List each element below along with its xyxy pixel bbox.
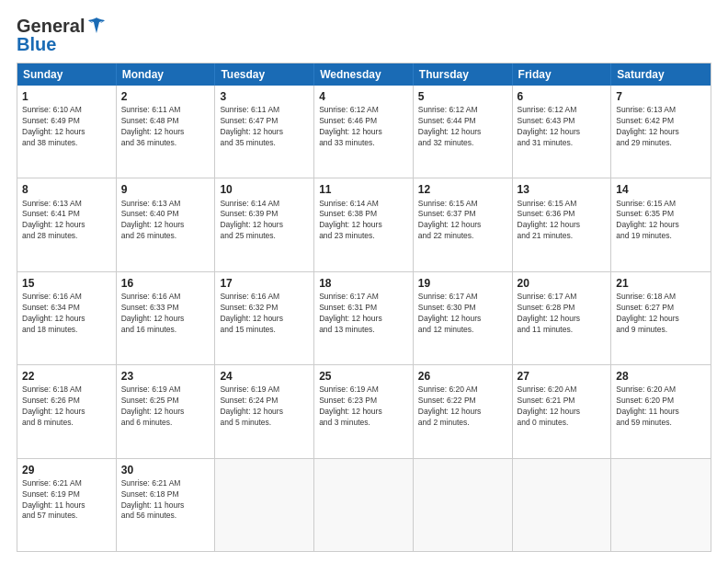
- day-info: Sunrise: 6:17 AM Sunset: 6:28 PM Dayligh…: [518, 292, 607, 336]
- logo: General Blue: [17, 17, 107, 53]
- day-info: Sunrise: 6:10 AM Sunset: 6:49 PM Dayligh…: [22, 105, 111, 149]
- day-number: 28: [616, 369, 706, 384]
- calendar-cell: 8Sunrise: 6:13 AM Sunset: 6:41 PM Daylig…: [17, 178, 117, 270]
- calendar-cell: 13Sunrise: 6:15 AM Sunset: 6:36 PM Dayli…: [513, 178, 612, 270]
- calendar-cell: 15Sunrise: 6:16 AM Sunset: 6:34 PM Dayli…: [17, 272, 117, 364]
- day-number: 26: [418, 369, 507, 384]
- day-number: 25: [319, 369, 408, 384]
- calendar-cell: 28Sunrise: 6:20 AM Sunset: 6:20 PM Dayli…: [611, 365, 711, 457]
- day-header-monday: Monday: [117, 63, 216, 86]
- day-info: Sunrise: 6:17 AM Sunset: 6:30 PM Dayligh…: [418, 292, 507, 336]
- calendar-cell: [414, 459, 513, 551]
- day-number: 9: [121, 182, 210, 197]
- calendar-row-5: 29Sunrise: 6:21 AM Sunset: 6:19 PM Dayli…: [17, 459, 711, 551]
- calendar-cell: 23Sunrise: 6:19 AM Sunset: 6:25 PM Dayli…: [117, 365, 216, 457]
- day-info: Sunrise: 6:15 AM Sunset: 6:35 PM Dayligh…: [616, 199, 706, 243]
- calendar-cell: 5Sunrise: 6:12 AM Sunset: 6:44 PM Daylig…: [414, 86, 513, 178]
- day-info: Sunrise: 6:20 AM Sunset: 6:20 PM Dayligh…: [616, 385, 706, 429]
- day-info: Sunrise: 6:20 AM Sunset: 6:21 PM Dayligh…: [518, 385, 607, 429]
- calendar-cell: [314, 459, 414, 551]
- day-info: Sunrise: 6:14 AM Sunset: 6:39 PM Dayligh…: [220, 199, 309, 243]
- calendar-cell: [215, 459, 314, 551]
- calendar-body: 1Sunrise: 6:10 AM Sunset: 6:49 PM Daylig…: [17, 86, 711, 551]
- day-number: 8: [22, 182, 111, 197]
- calendar-page: General Blue SundayMondayTuesdayWednesda…: [0, 0, 728, 563]
- calendar-cell: 11Sunrise: 6:14 AM Sunset: 6:38 PM Dayli…: [314, 178, 414, 270]
- day-number: 12: [418, 182, 507, 197]
- calendar-cell: 2Sunrise: 6:11 AM Sunset: 6:48 PM Daylig…: [117, 86, 216, 178]
- calendar-cell: 19Sunrise: 6:17 AM Sunset: 6:30 PM Dayli…: [414, 272, 513, 364]
- day-number: 3: [220, 89, 309, 104]
- day-header-sunday: Sunday: [17, 63, 117, 86]
- calendar-cell: 20Sunrise: 6:17 AM Sunset: 6:28 PM Dayli…: [513, 272, 612, 364]
- day-number: 17: [220, 276, 309, 291]
- day-number: 11: [319, 182, 408, 197]
- day-number: 2: [121, 89, 210, 104]
- day-info: Sunrise: 6:13 AM Sunset: 6:40 PM Dayligh…: [121, 199, 210, 243]
- calendar-cell: 1Sunrise: 6:10 AM Sunset: 6:49 PM Daylig…: [17, 86, 117, 178]
- day-info: Sunrise: 6:13 AM Sunset: 6:42 PM Dayligh…: [616, 105, 706, 149]
- day-number: 29: [22, 463, 111, 477]
- calendar-cell: 21Sunrise: 6:18 AM Sunset: 6:27 PM Dayli…: [611, 272, 711, 364]
- calendar-cell: 14Sunrise: 6:15 AM Sunset: 6:35 PM Dayli…: [611, 178, 711, 270]
- day-number: 30: [121, 463, 210, 477]
- day-info: Sunrise: 6:17 AM Sunset: 6:31 PM Dayligh…: [319, 292, 408, 336]
- day-info: Sunrise: 6:15 AM Sunset: 6:37 PM Dayligh…: [418, 199, 507, 243]
- day-number: 10: [220, 182, 309, 197]
- calendar-cell: 16Sunrise: 6:16 AM Sunset: 6:33 PM Dayli…: [117, 272, 216, 364]
- day-info: Sunrise: 6:16 AM Sunset: 6:34 PM Dayligh…: [22, 292, 111, 336]
- day-info: Sunrise: 6:19 AM Sunset: 6:25 PM Dayligh…: [121, 385, 210, 429]
- calendar-row-2: 8Sunrise: 6:13 AM Sunset: 6:41 PM Daylig…: [17, 178, 711, 271]
- day-info: Sunrise: 6:13 AM Sunset: 6:41 PM Dayligh…: [22, 199, 111, 243]
- day-info: Sunrise: 6:19 AM Sunset: 6:24 PM Dayligh…: [220, 385, 309, 429]
- calendar-row-3: 15Sunrise: 6:16 AM Sunset: 6:34 PM Dayli…: [17, 272, 711, 365]
- calendar-cell: [611, 459, 711, 551]
- calendar-cell: 30Sunrise: 6:21 AM Sunset: 6:18 PM Dayli…: [117, 459, 216, 551]
- day-number: 23: [121, 369, 210, 384]
- day-number: 27: [518, 369, 607, 384]
- day-number: 20: [518, 276, 607, 291]
- day-number: 13: [518, 182, 607, 197]
- day-info: Sunrise: 6:15 AM Sunset: 6:36 PM Dayligh…: [518, 199, 607, 243]
- day-number: 14: [616, 182, 706, 197]
- day-number: 18: [319, 276, 408, 291]
- day-number: 5: [418, 89, 507, 104]
- day-number: 24: [220, 369, 309, 384]
- day-header-wednesday: Wednesday: [314, 63, 414, 86]
- day-header-saturday: Saturday: [611, 63, 711, 86]
- logo-blue: Blue: [17, 35, 56, 53]
- day-number: 1: [22, 89, 111, 104]
- day-info: Sunrise: 6:16 AM Sunset: 6:32 PM Dayligh…: [220, 292, 309, 336]
- day-number: 19: [418, 276, 507, 291]
- calendar-cell: 18Sunrise: 6:17 AM Sunset: 6:31 PM Dayli…: [314, 272, 414, 364]
- day-header-thursday: Thursday: [414, 63, 513, 86]
- logo-general: General: [17, 17, 85, 35]
- day-info: Sunrise: 6:11 AM Sunset: 6:47 PM Dayligh…: [220, 105, 309, 149]
- day-number: 6: [518, 89, 607, 104]
- calendar-cell: 29Sunrise: 6:21 AM Sunset: 6:19 PM Dayli…: [17, 459, 117, 551]
- calendar-cell: 27Sunrise: 6:20 AM Sunset: 6:21 PM Dayli…: [513, 365, 612, 457]
- day-number: 4: [319, 89, 408, 104]
- day-info: Sunrise: 6:11 AM Sunset: 6:48 PM Dayligh…: [121, 105, 210, 149]
- day-info: Sunrise: 6:12 AM Sunset: 6:46 PM Dayligh…: [319, 105, 408, 149]
- day-info: Sunrise: 6:21 AM Sunset: 6:18 PM Dayligh…: [121, 478, 210, 523]
- calendar-cell: 24Sunrise: 6:19 AM Sunset: 6:24 PM Dayli…: [215, 365, 314, 457]
- calendar-cell: 9Sunrise: 6:13 AM Sunset: 6:40 PM Daylig…: [117, 178, 216, 270]
- day-info: Sunrise: 6:12 AM Sunset: 6:44 PM Dayligh…: [418, 105, 507, 149]
- calendar-cell: 25Sunrise: 6:19 AM Sunset: 6:23 PM Dayli…: [314, 365, 414, 457]
- calendar: SundayMondayTuesdayWednesdayThursdayFrid…: [17, 63, 711, 552]
- calendar-cell: [513, 459, 612, 551]
- logo-icon: [86, 17, 107, 35]
- day-info: Sunrise: 6:14 AM Sunset: 6:38 PM Dayligh…: [319, 199, 408, 243]
- day-info: Sunrise: 6:21 AM Sunset: 6:19 PM Dayligh…: [22, 478, 111, 523]
- calendar-row-1: 1Sunrise: 6:10 AM Sunset: 6:49 PM Daylig…: [17, 86, 711, 178]
- day-number: 16: [121, 276, 210, 291]
- day-number: 21: [616, 276, 706, 291]
- day-header-tuesday: Tuesday: [215, 63, 314, 86]
- day-info: Sunrise: 6:12 AM Sunset: 6:43 PM Dayligh…: [518, 105, 607, 149]
- day-header-friday: Friday: [513, 63, 612, 86]
- calendar-header: SundayMondayTuesdayWednesdayThursdayFrid…: [17, 63, 711, 86]
- page-header: General Blue: [17, 17, 711, 53]
- day-number: 15: [22, 276, 111, 291]
- calendar-cell: 10Sunrise: 6:14 AM Sunset: 6:39 PM Dayli…: [215, 178, 314, 270]
